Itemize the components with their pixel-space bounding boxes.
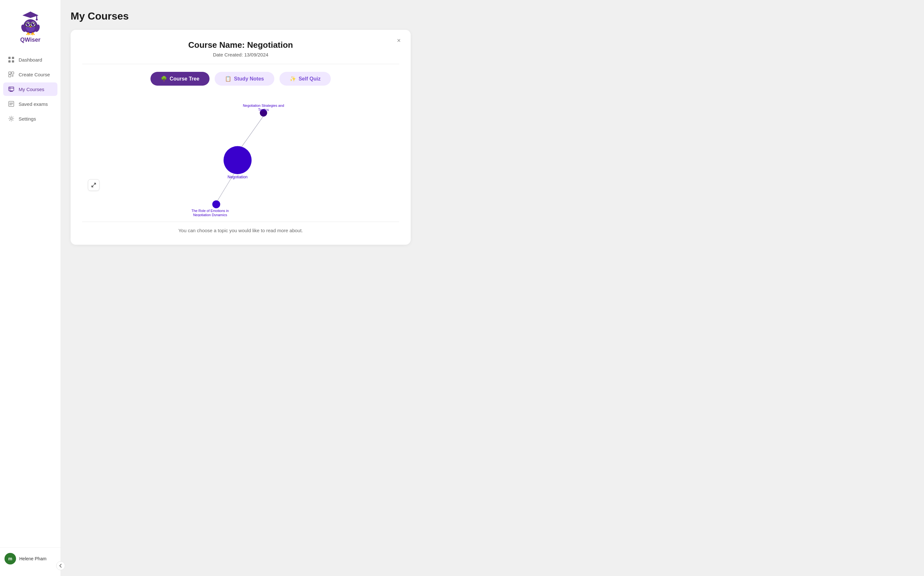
svg-text:Negotiation: Negotiation [227,175,248,179]
sidebar-label-create-course: Create Course [19,72,50,77]
app-name: QWiser [20,37,40,43]
sidebar-item-dashboard[interactable]: Dashboard [3,53,58,66]
study-notes-icon: 📋 [225,76,231,82]
logo-area: QWiser [0,6,61,53]
main-content: My Courses × Course Name: Negotiation Da… [61,0,924,576]
self-quiz-icon: ✨ [290,76,296,82]
svg-text:The Role of Emotions in: The Role of Emotions in [192,209,229,213]
svg-rect-35 [10,91,13,92]
course-name: Course Name: Negotiation [82,40,399,50]
sidebar-label-settings: Settings [19,116,36,122]
settings-icon [8,115,15,122]
sidebar-item-create-course[interactable]: Create Course [3,68,58,81]
node-emotions-negotiation[interactable] [212,200,220,208]
course-tree-svg: Negotiation Strategies and Tactics Negot… [82,94,399,216]
course-header: Course Name: Negotiation Date Created: 1… [82,40,399,58]
create-course-icon [8,71,15,78]
svg-rect-26 [12,60,14,62]
tab-study-notes-label: Study Notes [234,76,264,82]
svg-rect-29 [9,75,11,77]
sidebar-nav: Dashboard Create Course [0,53,61,547]
svg-marker-0 [22,11,38,18]
course-date: Date Created: 13/09/2024 [82,52,399,58]
tab-self-quiz[interactable]: ✨ Self Quiz [279,72,331,86]
svg-rect-24 [12,57,14,59]
svg-text:Negotiation Strategies and: Negotiation Strategies and [243,104,284,107]
tab-course-tree-label: Course Tree [170,76,199,82]
sidebar-label-my-courses: My Courses [19,86,44,92]
expand-button[interactable] [88,179,99,191]
course-card: × Course Name: Negotiation Date Created:… [70,30,411,245]
sidebar-label-dashboard: Dashboard [19,57,42,62]
svg-point-2 [35,19,38,21]
svg-rect-28 [11,72,14,74]
sidebar: QWiser Dashboard [0,0,61,576]
svg-text:Tactics: Tactics [258,108,269,112]
node-negotiation-center[interactable] [224,146,251,174]
logo-icon [18,10,43,35]
close-button[interactable]: × [394,35,404,45]
tab-course-tree[interactable]: 🌳 Course Tree [151,72,210,86]
svg-point-10 [33,23,34,24]
svg-point-40 [10,118,12,120]
saved-exams-icon [8,101,15,107]
sidebar-bottom: m Helene Pham [0,547,61,570]
svg-rect-25 [8,60,11,62]
svg-rect-27 [9,72,11,74]
svg-rect-32 [9,87,14,91]
sidebar-collapse-button[interactable] [56,561,65,570]
user-avatar: m [5,553,16,565]
course-tree-area: Negotiation Strategies and Tactics Negot… [82,94,399,216]
user-name: Helene Pham [19,556,46,561]
my-courses-icon [8,86,15,93]
dashboard-icon [8,56,15,63]
svg-rect-23 [8,57,11,59]
svg-text:Negotiation Dynamics: Negotiation Dynamics [193,213,227,216]
sidebar-item-saved-exams[interactable]: Saved exams [3,97,58,110]
bottom-message: You can choose a topic you would like to… [82,222,399,236]
tab-bar: 🌳 Course Tree 📋 Study Notes ✨ Self Quiz [82,72,399,86]
course-tree-icon: 🌳 [161,76,167,82]
svg-point-9 [27,23,29,24]
page-title: My Courses [70,10,914,22]
tab-study-notes[interactable]: 📋 Study Notes [215,72,274,86]
tab-self-quiz-label: Self Quiz [299,76,320,82]
sidebar-label-saved-exams: Saved exams [19,101,48,107]
sidebar-item-my-courses[interactable]: My Courses [3,82,58,96]
sidebar-item-settings[interactable]: Settings [3,112,58,125]
